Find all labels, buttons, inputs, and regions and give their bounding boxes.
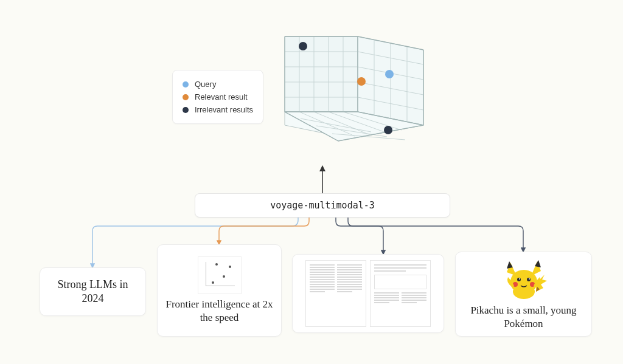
svg-point-34 bbox=[513, 282, 518, 287]
connector-irrelevant-pikachu bbox=[348, 218, 523, 252]
legend-row-query: Query bbox=[183, 78, 253, 91]
legend-dot-irrelevant-icon bbox=[183, 107, 189, 113]
legend-label-query: Query bbox=[195, 80, 216, 89]
connector-relevant bbox=[219, 218, 309, 244]
svg-point-36 bbox=[517, 278, 521, 281]
scatter-thumbnail-icon bbox=[198, 256, 242, 294]
legend-label-irrelevant: Irrelevant results bbox=[195, 105, 253, 114]
input-card-1-text: Strong LLMs in 2024 bbox=[46, 278, 139, 306]
svg-point-35 bbox=[530, 282, 535, 287]
legend-row-irrelevant: Irrelevant results bbox=[183, 103, 253, 116]
document-page-1-icon bbox=[305, 260, 366, 327]
input-card-4-text: Pikachu is a small, young Pokémon bbox=[462, 304, 585, 331]
model-box: voyage-multimodal-3 bbox=[195, 193, 450, 218]
document-pages-icon bbox=[305, 260, 431, 327]
connector-irrelevant-doc bbox=[336, 218, 383, 254]
point-query bbox=[385, 70, 394, 78]
legend-dot-query-icon bbox=[183, 81, 189, 88]
legend-row-relevant: Relevant result bbox=[183, 91, 253, 103]
svg-point-39 bbox=[529, 278, 530, 280]
input-card-pikachu: Pikachu is a small, young Pokémon bbox=[455, 252, 592, 337]
input-card-text-query: Strong LLMs in 2024 bbox=[40, 267, 146, 316]
point-irrelevant-top-left bbox=[299, 42, 307, 50]
pikachu-icon bbox=[499, 258, 548, 300]
model-name: voyage-multimodal-3 bbox=[270, 200, 375, 211]
point-relevant bbox=[357, 77, 366, 86]
legend: Query Relevant result Irrelevant results bbox=[172, 70, 263, 124]
document-page-2-icon bbox=[370, 260, 431, 327]
input-card-document bbox=[292, 254, 444, 333]
diagram-stage: Query Relevant result Irrelevant results bbox=[0, 0, 623, 364]
svg-marker-0 bbox=[285, 36, 358, 112]
input-card-2-text: Frontier intelligence at 2x the speed bbox=[164, 298, 275, 325]
legend-dot-relevant-icon bbox=[183, 94, 189, 100]
svg-point-38 bbox=[519, 278, 520, 280]
embedding-space-cube bbox=[266, 26, 437, 170]
point-irrelevant-bottom bbox=[384, 126, 392, 134]
svg-point-37 bbox=[527, 278, 531, 281]
input-card-scatter: Frontier intelligence at 2x the speed bbox=[157, 244, 282, 337]
legend-label-relevant: Relevant result bbox=[195, 92, 248, 101]
